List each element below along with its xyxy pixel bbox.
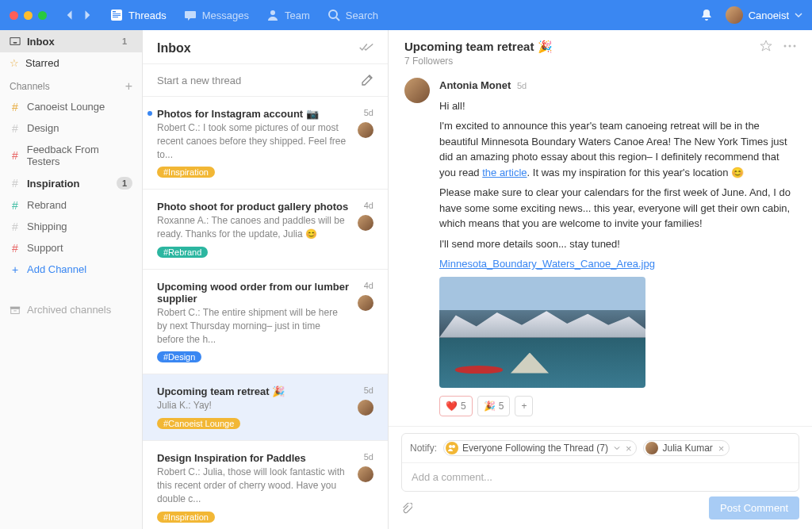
thread-item-age: 4d (364, 281, 373, 290)
attach-icon[interactable] (401, 503, 412, 514)
detail-actions (760, 40, 796, 52)
forward-button[interactable] (80, 7, 96, 23)
thread-item-title: Photo shoot for product gallery photos (157, 201, 373, 213)
detail-header: Upcoming team retreat 🎉 7 Followers (389, 30, 812, 75)
thread-item-age: 5d (364, 385, 373, 395)
thread-item-tag[interactable]: #Canoeist Lounge (157, 418, 240, 429)
thread-item-tag[interactable]: #Inspiration (157, 512, 215, 523)
tab-threads-label: Threads (128, 10, 167, 21)
topbar: Threads Messages Team Search Canoeist (0, 0, 812, 30)
svg-line-7 (336, 17, 339, 21)
hash-icon: # (10, 102, 21, 113)
tab-team[interactable]: Team (266, 9, 310, 21)
thread-item[interactable]: Design Inspiration for Paddles 5d Robert… (143, 441, 388, 529)
thread-list-header: Inbox (143, 30, 388, 64)
minimize-icon[interactable] (24, 11, 33, 20)
thread-item[interactable]: Photo shoot for product gallery photos 4… (143, 190, 388, 270)
tab-messages[interactable]: Messages (184, 9, 249, 21)
sidebar-channel[interactable]: # Feedback From Testers (0, 139, 142, 172)
thread-item-snippet: Roxanne A.: The canoes and paddles will … (157, 214, 373, 241)
close-icon[interactable] (10, 11, 18, 20)
tab-search-label: Search (346, 10, 378, 21)
thread-item-snippet: Julia K.: Yay! (157, 399, 373, 412)
sidebar-add-channel[interactable]: + Add Channel (0, 259, 142, 280)
mark-all-read-icon[interactable] (359, 43, 373, 55)
svg-rect-3 (113, 15, 121, 16)
sidebar-archived[interactable]: Archived channels (0, 299, 142, 320)
thread-item[interactable]: Upcoming team retreat 🎉 5d Julia K.: Yay… (143, 374, 388, 441)
channel-name: Rebrand (27, 199, 67, 211)
reaction-heart[interactable]: ❤️ 5 (439, 396, 473, 416)
channel-name: Design (27, 122, 59, 134)
svg-rect-1 (113, 11, 116, 13)
remove-icon[interactable]: × (626, 443, 632, 454)
star-icon: ☆ (10, 57, 19, 69)
messages-icon (184, 9, 197, 21)
sidebar-inbox[interactable]: Inbox 1 (0, 30, 142, 52)
svg-point-14 (449, 445, 452, 448)
thread-item-tag[interactable]: #Rebrand (157, 247, 208, 258)
thread-item-tag[interactable]: #Design (157, 351, 201, 362)
sidebar-channel[interactable]: # Design (0, 117, 142, 139)
notifications-icon[interactable] (700, 9, 713, 21)
back-button[interactable] (61, 7, 77, 23)
sidebar-channel[interactable]: # Canoeist Lounge (0, 96, 142, 117)
tab-threads[interactable]: Threads (110, 9, 167, 21)
channel-name: Canoeist Lounge (27, 101, 105, 113)
sidebar-channel[interactable]: # Inspiration 1 (0, 172, 142, 194)
thread-item-age: 4d (364, 201, 373, 210)
user-menu[interactable]: Canoeist (726, 6, 802, 24)
channel-name: Feedback From Testers (27, 144, 132, 167)
remove-icon[interactable]: × (718, 443, 725, 454)
topbar-right: Canoeist (700, 6, 802, 24)
new-thread-label: Start a new thread (157, 75, 241, 86)
post-text: Please make sure to clear your calendars… (439, 185, 796, 232)
post-author[interactable]: Antonia Monet (439, 79, 511, 91)
post-time: 5d (517, 81, 527, 90)
thread-item-title: Design Inspiration for Paddles (157, 452, 373, 464)
thread-item-snippet: Robert C.: The entire shipment will be h… (157, 306, 373, 346)
article-link[interactable]: the article (482, 167, 527, 178)
reaction-add[interactable]: + (515, 396, 533, 416)
avatar (358, 400, 373, 416)
detail-body: Antonia Monet 5d Hi all! I'm excited to … (389, 75, 812, 426)
thread-item-snippet: Robert C.: Julia, those will look fantas… (157, 466, 373, 505)
add-channel-icon[interactable]: + (125, 80, 132, 93)
new-thread-button[interactable]: Start a new thread (143, 64, 388, 97)
add-channel-label: Add Channel (27, 263, 86, 275)
channel-name: Shipping (27, 220, 67, 232)
tab-search[interactable]: Search (327, 9, 378, 21)
post-comment-button[interactable]: Post Comment (709, 496, 799, 519)
thread-list-title: Inbox (157, 41, 191, 56)
maximize-icon[interactable] (38, 11, 47, 20)
svg-rect-2 (113, 13, 121, 14)
sidebar-channel[interactable]: # Rebrand (0, 194, 142, 216)
reaction-party[interactable]: 🎉 5 (477, 396, 511, 416)
thread-item[interactable]: Upcoming wood order from our lumber supp… (143, 270, 388, 374)
attachment-link[interactable]: Minnesota_Boundary_Waters_Canoe_Area.jpg (439, 258, 655, 270)
thread-item[interactable]: Photos for Instagram account 📷 5d Robert… (143, 97, 388, 190)
notify-pill-everyone[interactable]: Everyone Following the Thread (7) × (443, 440, 637, 456)
sidebar-starred-label: Starred (25, 57, 59, 69)
group-icon (446, 442, 458, 454)
thread-item-tag[interactable]: #Inspiration (157, 167, 215, 178)
post-text: I'll send more details soon... stay tune… (439, 236, 796, 252)
more-actions-icon[interactable] (783, 40, 796, 52)
avatar (645, 442, 658, 454)
notify-pill-user[interactable]: Julia Kumar × (643, 440, 730, 456)
channel-count: 1 (117, 177, 132, 190)
star-thread-icon[interactable] (760, 40, 772, 52)
sidebar-channel[interactable]: # Support (0, 237, 142, 259)
avatar (404, 78, 430, 103)
followers-count[interactable]: 7 Followers (404, 56, 760, 67)
hash-icon: # (10, 178, 21, 189)
svg-point-15 (452, 445, 455, 448)
thread-list: Inbox Start a new thread Photos for Inst… (143, 30, 389, 529)
sidebar-inbox-label: Inbox (27, 36, 55, 48)
comment-input[interactable]: Add a comment... (402, 463, 799, 491)
hash-icon: # (10, 150, 21, 161)
thread-item-age: 5d (364, 108, 373, 117)
sidebar-starred[interactable]: ☆ Starred (0, 52, 142, 74)
attachment-image[interactable] (439, 277, 645, 388)
sidebar-channel[interactable]: # Shipping (0, 216, 142, 237)
